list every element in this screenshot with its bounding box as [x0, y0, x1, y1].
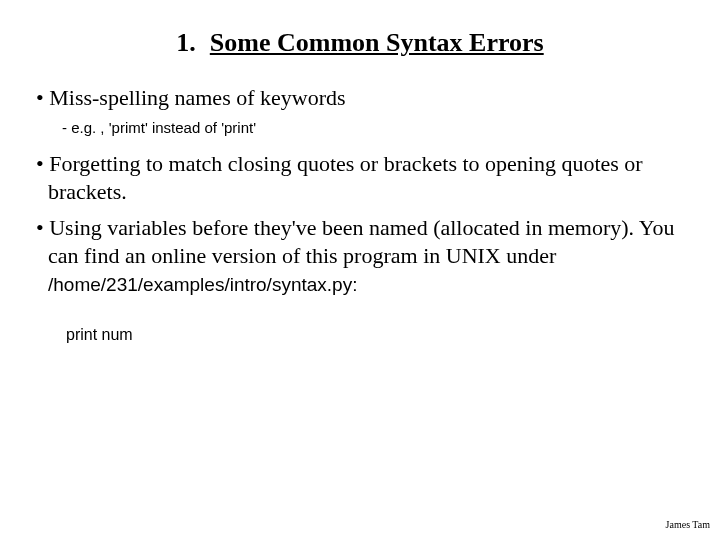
footer-author: James Tam: [666, 519, 710, 530]
bullet-text: Forgetting to match closing quotes or br…: [48, 151, 643, 204]
code-snippet: print num: [66, 326, 688, 344]
bullet-variables: Using variables before they've been name…: [32, 214, 688, 298]
bullet-brackets: Forgetting to match closing quotes or br…: [32, 150, 688, 206]
sub-bullet-example: - e.g. , 'primt' instead of 'print': [62, 119, 688, 136]
title-text: Some Common Syntax Errors: [210, 28, 544, 57]
slide-title: 1.Some Common Syntax Errors: [32, 28, 688, 58]
title-number: 1.: [176, 28, 196, 57]
code-path: /home/231/examples/intro/syntax.py:: [48, 274, 357, 295]
bullet-text: Miss-spelling names of keywords: [49, 85, 345, 110]
bullet-misspelling: Miss-spelling names of keywords: [32, 84, 688, 113]
bullet-text: Using variables before they've been name…: [48, 215, 674, 268]
